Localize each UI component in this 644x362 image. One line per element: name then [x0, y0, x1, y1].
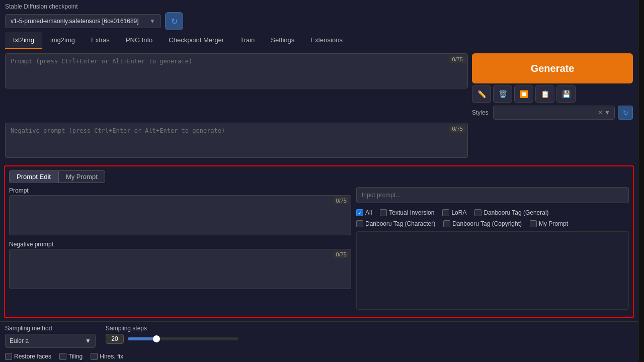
cb-my-prompt[interactable]: My Prompt	[530, 220, 568, 227]
input-prompt[interactable]	[356, 187, 629, 203]
prompt-counter: 0/75	[449, 55, 466, 63]
tab-settings[interactable]: Settings	[263, 32, 302, 49]
cb-lora-label: LoRA	[451, 209, 466, 216]
cb-restore-faces-box	[5, 353, 12, 360]
scrollbar[interactable]	[638, 0, 644, 362]
save-button[interactable]: 💾	[556, 85, 576, 103]
trash-icon: 🗑️	[499, 90, 507, 98]
prompt-edit-tabs: Prompt Edit My Prompt	[9, 170, 629, 183]
refresh-icon: ↻	[623, 109, 628, 117]
cb-danbooru-general[interactable]: Danbooru Tag (General)	[474, 209, 548, 216]
bottom-area: Sampling method Euler a ▼ Sampling steps…	[0, 321, 638, 351]
styles-label: Styles	[472, 109, 490, 116]
cb-danbooru-general-box	[474, 209, 481, 216]
cb-all-box	[356, 209, 363, 216]
prompt-input[interactable]	[5, 53, 468, 88]
cb-tiling-box	[59, 353, 66, 360]
edit-button[interactable]: ✏️	[472, 85, 491, 103]
cb-hires-fix[interactable]: Hires. fix	[91, 353, 123, 360]
negative-prompt-input[interactable]	[5, 123, 468, 158]
sampling-section: Sampling method Euler a ▼	[5, 325, 96, 348]
tab-checkpoint-merger[interactable]: Checkpoint Merger	[160, 32, 232, 49]
checkboxes-row: All Textual Inversion LoRA	[356, 209, 629, 227]
pe-content: Prompt 0/75 Negative prompt 0/75	[9, 187, 629, 310]
styles-select[interactable]: ✕ ▼	[493, 106, 615, 120]
checkpoint-value: v1-5-pruned-emaonly.safetensors [6ce0161…	[11, 18, 139, 25]
cb-restore-faces[interactable]: Restore faces	[5, 353, 51, 360]
styles-row: Styles ✕ ▼ ↻	[472, 106, 633, 120]
slider-thumb[interactable]	[153, 335, 160, 342]
cb-lora[interactable]: LoRA	[442, 209, 466, 216]
cb-restore-faces-label: Restore faces	[14, 353, 51, 360]
checkpoint-row: v1-5-pruned-emaonly.safetensors [6ce0161…	[5, 12, 633, 30]
pe-negative-counter: 0/75	[334, 251, 349, 258]
cb-textual-inversion-label: Textual Inversion	[389, 209, 434, 216]
checkpoint-select[interactable]: v1-5-pruned-emaonly.safetensors [6ce0161…	[5, 14, 161, 28]
pe-negative-wrap: 0/75	[9, 249, 351, 291]
tab-prompt-edit[interactable]: Prompt Edit	[9, 170, 58, 183]
prompt-wrap: 0/75	[5, 53, 468, 90]
pe-right: All Textual Inversion LoRA	[356, 187, 629, 310]
cb-textual-inversion[interactable]: Textual Inversion	[380, 209, 434, 216]
cb-all-label: All	[365, 209, 372, 216]
pe-negative-textarea[interactable]	[9, 249, 351, 289]
sampling-value: Euler a	[10, 337, 29, 344]
paste-icon: 📋	[541, 90, 549, 98]
cb-danbooru-general-label: Danbooru Tag (General)	[484, 209, 548, 216]
pe-left: Prompt 0/75 Negative prompt 0/75	[9, 187, 351, 310]
prompt-edit-section: Prompt Edit My Prompt Prompt 0/75 Negati…	[4, 165, 634, 318]
pe-prompt-wrap: 0/75	[9, 195, 351, 237]
pe-prompt-field: Prompt 0/75	[9, 187, 351, 237]
checkpoint-label: Stable Diffusion checkpoint	[5, 3, 633, 10]
tab-png-info[interactable]: PNG Info	[118, 32, 160, 49]
tab-my-prompt[interactable]: My Prompt	[58, 170, 105, 183]
stop-button[interactable]: ⏹️	[514, 85, 533, 103]
refresh-button[interactable]: ↻	[165, 12, 183, 30]
cb-tiling-label: Tiling	[68, 353, 83, 360]
prompt-row: 0/75 Generate ✏️ 🗑️ ⏹️ 📋 💾 Styles ✕ ▼	[5, 53, 633, 120]
steps-section: Sampling steps 20	[106, 325, 238, 348]
tab-img2img[interactable]: img2img	[42, 32, 83, 49]
cb-danbooru-character-label: Danbooru Tag (Character)	[365, 220, 435, 227]
pencil-icon: ✏️	[477, 90, 486, 98]
cb-tiling[interactable]: Tiling	[59, 353, 83, 360]
stop-icon: ⏹️	[520, 90, 528, 98]
paste-button[interactable]: 📋	[535, 85, 554, 103]
steps-slider[interactable]	[128, 337, 238, 340]
tab-extras[interactable]: Extras	[83, 32, 118, 49]
pe-negative-label: Negative prompt	[9, 241, 351, 248]
pe-prompt-textarea[interactable]	[9, 195, 351, 235]
generate-button[interactable]: Generate	[472, 53, 633, 83]
pe-prompt-counter: 0/75	[334, 197, 349, 204]
cb-danbooru-copyright-box	[443, 220, 450, 227]
cb-all[interactable]: All	[356, 209, 372, 216]
slider-fill	[128, 337, 156, 340]
cb-danbooru-copyright[interactable]: Danbooru Tag (Copyright)	[443, 220, 522, 227]
trash-button[interactable]: 🗑️	[493, 85, 512, 103]
action-row: ✏️ 🗑️ ⏹️ 📋 💾	[472, 85, 633, 103]
chevron-down-icon: ▼	[85, 337, 91, 344]
negative-prompt-wrap: 0/75	[5, 123, 468, 159]
tab-train[interactable]: Train	[232, 32, 263, 49]
right-panel: Generate ✏️ 🗑️ ⏹️ 📋 💾 Styles ✕ ▼ ↻	[472, 53, 633, 120]
tab-extensions[interactable]: Extensions	[302, 32, 351, 49]
cb-my-prompt-box	[530, 220, 537, 227]
sampling-label: Sampling method	[5, 325, 96, 332]
tab-txt2img[interactable]: txt2img	[5, 32, 42, 49]
cb-hires-fix-box	[91, 353, 98, 360]
steps-label: Sampling steps	[106, 325, 238, 332]
cb-lora-box	[442, 209, 449, 216]
steps-value: 20	[106, 334, 124, 344]
cb-hires-fix-label: Hires. fix	[100, 353, 123, 360]
cb-danbooru-copyright-label: Danbooru Tag (Copyright)	[452, 220, 522, 227]
checkpoint-section: Stable Diffusion checkpoint v1-5-pruned-…	[0, 0, 638, 32]
top-prompt-area: 0/75 Generate ✏️ 🗑️ ⏹️ 📋 💾 Styles ✕ ▼	[0, 49, 638, 162]
results-area	[356, 231, 629, 310]
pe-negative-field: Negative prompt 0/75	[9, 241, 351, 291]
pe-prompt-label: Prompt	[9, 187, 351, 194]
styles-refresh-button[interactable]: ↻	[618, 106, 633, 120]
chevron-down-icon: ▼	[149, 18, 155, 25]
sampling-select[interactable]: Euler a ▼	[5, 334, 96, 348]
cb-danbooru-character[interactable]: Danbooru Tag (Character)	[356, 220, 435, 227]
bottom-checkboxes: Restore faces Tiling Hires. fix	[0, 351, 638, 362]
